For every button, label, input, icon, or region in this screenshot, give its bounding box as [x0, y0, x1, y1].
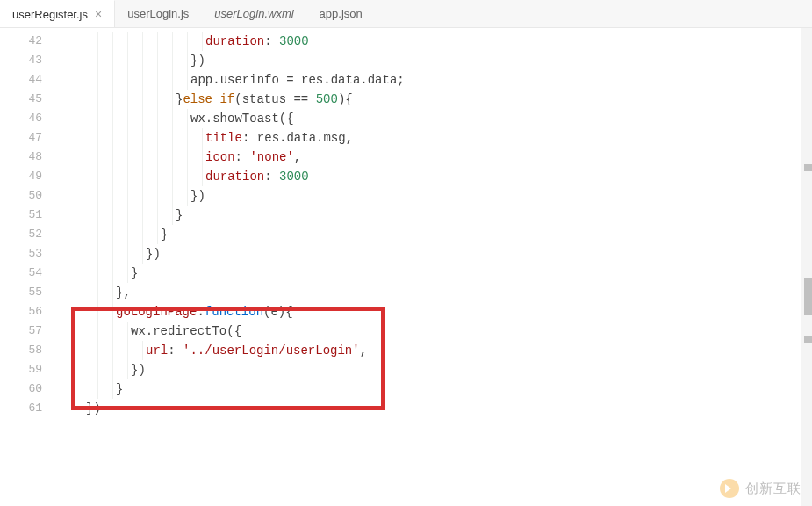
code-line: icon: 'none', — [53, 148, 812, 167]
close-icon[interactable]: × — [95, 8, 102, 20]
line-number: 44 — [0, 70, 42, 90]
line-number: 58 — [0, 341, 42, 360]
code-line: }) — [53, 360, 812, 380]
line-number: 49 — [0, 167, 42, 186]
code-line: } — [53, 225, 812, 244]
code-line: } — [53, 380, 812, 399]
line-number: 50 — [0, 186, 42, 206]
code-line: title: res.data.msg, — [53, 128, 812, 148]
tab-bar: userRegister.js×userLogin.jsuserLogin.wx… — [0, 0, 812, 28]
tab-userLogin-wxml[interactable]: userLogin.wxml — [202, 0, 306, 27]
code-line: }, — [53, 283, 812, 302]
code-line: }) — [53, 244, 812, 264]
line-number: 53 — [0, 244, 42, 264]
watermark-text: 创新互联 — [745, 481, 801, 497]
code-line: }) — [53, 186, 812, 206]
line-number: 61 — [0, 399, 42, 418]
code-line: }) — [53, 51, 812, 70]
line-number-gutter: 4243444546474849505152535455565758596061 — [0, 28, 53, 506]
code-line: wx.showToast({ — [53, 109, 812, 128]
line-number: 55 — [0, 283, 42, 302]
code-content[interactable]: duration: 3000})app.userinfo = res.data.… — [53, 28, 812, 506]
tab-userLogin-js[interactable]: userLogin.js — [115, 0, 202, 27]
line-number: 46 — [0, 109, 42, 128]
line-number: 60 — [0, 380, 42, 399]
tab-label: userLogin.js — [127, 7, 189, 20]
code-line: } — [53, 206, 812, 225]
tab-label: app.json — [320, 7, 363, 20]
minimap-block — [804, 164, 812, 171]
watermark: 创新互联 — [719, 478, 801, 499]
code-line: duration: 3000 — [53, 167, 812, 186]
line-number: 59 — [0, 360, 42, 380]
code-line: goLoginPage:function(e){ — [53, 302, 812, 322]
code-line: } — [53, 264, 812, 283]
code-line: }) — [53, 399, 812, 418]
line-number: 48 — [0, 148, 42, 167]
line-number: 45 — [0, 90, 42, 109]
line-number: 47 — [0, 128, 42, 148]
line-number: 51 — [0, 206, 42, 225]
line-number: 57 — [0, 322, 42, 341]
tab-label: userRegister.js — [12, 8, 88, 21]
line-number: 56 — [0, 302, 42, 322]
tab-label: userLogin.wxml — [214, 7, 293, 20]
code-line: }else if(status == 500){ — [53, 90, 812, 109]
scrollbar-track[interactable] — [801, 28, 812, 506]
code-line: duration: 3000 — [53, 32, 812, 51]
line-number: 42 — [0, 32, 42, 51]
code-line: app.userinfo = res.data.data; — [53, 70, 812, 90]
minimap-block — [804, 278, 812, 315]
line-number: 43 — [0, 51, 42, 70]
editor-area: 4243444546474849505152535455565758596061… — [0, 28, 812, 506]
code-line: wx.redirectTo({ — [53, 322, 812, 341]
tab-app-json[interactable]: app.json — [307, 0, 376, 27]
code-line: url: '../userLogin/userLogin', — [53, 341, 812, 360]
line-number: 54 — [0, 264, 42, 283]
line-number: 52 — [0, 225, 42, 244]
tab-userRegister-js[interactable]: userRegister.js× — [0, 0, 115, 27]
minimap-block — [804, 336, 812, 343]
watermark-logo-icon — [719, 478, 740, 499]
